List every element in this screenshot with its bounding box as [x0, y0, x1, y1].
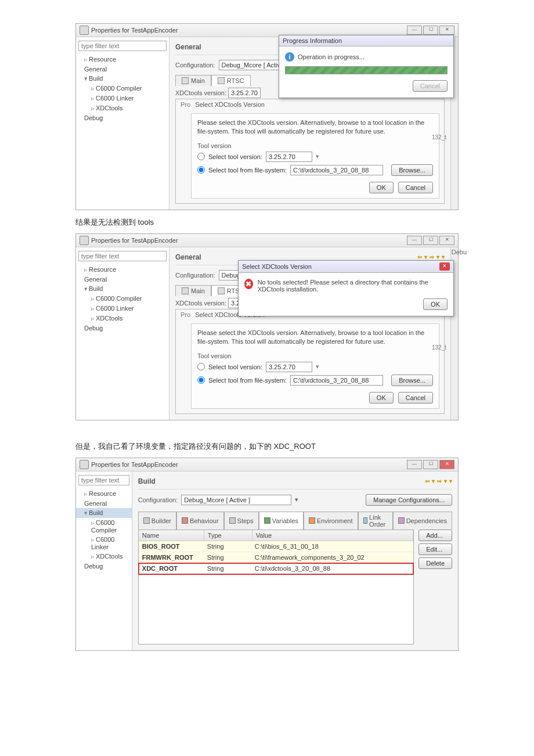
browse-button[interactable]: Browse... — [391, 164, 433, 176]
progress-cancel-button[interactable]: Cancel — [413, 80, 448, 92]
tree-c6000-linker[interactable]: ▹C6000 Linker — [76, 535, 132, 552]
nav-sidebar: ▹Resource General ▾Build ▹C6000 Compiler… — [76, 471, 132, 650]
minimize-button[interactable]: — — [407, 460, 422, 469]
tab-builder[interactable]: Builder — [138, 512, 176, 530]
window-title: Properties for TestAppEncoder — [91, 461, 178, 468]
radio-select-filesystem[interactable] — [197, 166, 205, 174]
screenshot-3: Properties for TestAppEncoder — ☐ ✕ ▹Res… — [75, 458, 459, 651]
browse-button[interactable]: Browse... — [391, 375, 433, 386]
content-pane: General Configuration: Debug_Mcore [ Act… — [169, 37, 450, 210]
manage-configurations-button[interactable]: Manage Configurations... — [366, 494, 452, 506]
close-button[interactable]: ✕ — [439, 460, 454, 469]
tab-main-icon — [182, 287, 189, 294]
tree-xdctools[interactable]: ▹XDCtools — [76, 103, 169, 113]
tree-c6000-compiler[interactable]: ▹C6000 Compiler — [76, 294, 169, 304]
minimize-button[interactable]: — — [407, 26, 422, 35]
tree-c6000-compiler[interactable]: ▹C6000 Compiler — [76, 518, 132, 535]
tree-debug[interactable]: Debug — [76, 113, 169, 123]
radio-select-filesystem[interactable] — [197, 376, 205, 384]
filesystem-path-field[interactable]: C:\ti\xdctools_3_20_08_88 — [290, 165, 383, 175]
progress-title: Progress Information — [283, 37, 342, 44]
radio-select-version[interactable] — [197, 363, 205, 370]
fwd-icon[interactable]: ⇨ — [437, 478, 442, 484]
delete-button[interactable]: Delete — [418, 557, 452, 569]
page-heading: Build ⇦▾⇨▾▾ — [138, 475, 452, 489]
col-value[interactable]: Value — [252, 530, 413, 541]
col-type[interactable]: Type — [204, 530, 252, 541]
tab-main[interactable]: Main — [175, 75, 211, 86]
config-label: Configuration: — [175, 62, 215, 69]
filesystem-path-field[interactable]: C:\ti\xdctools_3_20_08_88 — [290, 375, 383, 386]
tab-behaviour[interactable]: Behaviour — [176, 512, 224, 530]
back-icon[interactable]: ⇦ — [425, 478, 430, 484]
maximize-button[interactable]: ☐ — [423, 236, 438, 245]
tree-c6000-compiler[interactable]: ▹C6000 Compiler — [76, 84, 169, 93]
progress-text: Operation in progress... — [298, 53, 365, 60]
progress-dialog: Progress Information iOperation in progr… — [279, 35, 454, 98]
error-ok-button[interactable]: OK — [423, 298, 448, 310]
version-combo[interactable]: 3.25.2.70 — [266, 152, 312, 162]
minimize-button[interactable]: — — [407, 236, 422, 245]
tree-c6000-linker[interactable]: ▹C6000 Linker — [76, 93, 169, 103]
cancel-button[interactable]: Cancel — [398, 182, 433, 193]
tree-xdctools[interactable]: ▹XDCtools — [76, 314, 169, 323]
tree-general[interactable]: General — [76, 64, 169, 74]
edit-button[interactable]: Edit... — [418, 543, 452, 555]
xdc-version-field[interactable]: 3.25.2.70 — [228, 88, 261, 98]
tree-resource[interactable]: ▹Resource — [76, 265, 169, 275]
tree-resource[interactable]: ▹Resource — [76, 55, 169, 64]
screenshot-1: Properties for TestAppEncoder — ☐ ✕ ▹Res… — [75, 23, 459, 210]
close-button[interactable]: ✕ — [439, 236, 454, 245]
tab-rtsc-icon — [218, 287, 225, 294]
tree-debug[interactable]: Debug — [76, 561, 132, 571]
radio-select-filesystem-label: Select tool from file-system: — [208, 167, 287, 174]
maximize-button[interactable]: ☐ — [423, 460, 438, 469]
tree-general[interactable]: General — [76, 275, 169, 284]
ok-button[interactable]: OK — [369, 392, 394, 404]
radio-select-version[interactable] — [197, 153, 205, 160]
tab-link-order[interactable]: Link Order — [358, 512, 393, 530]
tab-steps[interactable]: Steps — [224, 512, 259, 530]
add-button[interactable]: Add... — [418, 530, 452, 541]
tree-xdctools[interactable]: ▹XDCtools — [76, 552, 132, 561]
caption-1: 结果是无法检测到 tools — [75, 217, 459, 228]
tree-resource[interactable]: ▹Resource — [76, 489, 132, 499]
filter-input[interactable] — [78, 475, 129, 485]
filter-input[interactable] — [78, 41, 167, 51]
nav-sidebar: ▹Resource General ▾Build ▹C6000 Compiler… — [76, 247, 169, 420]
tree-build[interactable]: ▾Build — [76, 74, 169, 84]
select-xdctools-dialog: ProSelect XDCtools Version Please select… — [175, 309, 445, 414]
fwd-icon[interactable]: ⇨ — [430, 254, 434, 260]
tree-build[interactable]: ▾Build — [76, 508, 132, 518]
filter-input[interactable] — [78, 251, 167, 261]
config-combo[interactable]: Debug_Mcore [ Active ] — [181, 495, 291, 505]
error-dialog: Select XDCtools Version✕ ✖No tools selec… — [238, 260, 454, 316]
error-title: Select XDCtools Version — [242, 263, 312, 270]
cancel-button[interactable]: Cancel — [398, 392, 433, 404]
progress-bar — [285, 66, 448, 74]
var-row-bios[interactable]: BIOS_ROOTStringC:\ti\bios_6_31_00_18 — [139, 541, 413, 552]
col-name[interactable]: Name — [139, 530, 204, 541]
maximize-button[interactable]: ☐ — [423, 26, 438, 35]
tab-rtsc[interactable]: RTSC — [211, 75, 251, 86]
tree-debug[interactable]: Debug — [76, 323, 169, 333]
ok-button[interactable]: OK — [369, 182, 394, 193]
tab-environment[interactable]: Environment — [304, 512, 358, 530]
var-row-frmwrk[interactable]: FRMWRK_ROOTStringC:\ti\framework_compone… — [139, 552, 413, 563]
app-icon — [80, 26, 89, 35]
close-button[interactable]: ✕ — [439, 26, 454, 35]
info-icon: i — [285, 52, 294, 62]
tab-variables[interactable]: Variables — [259, 512, 304, 530]
tree-general[interactable]: General — [76, 499, 132, 508]
error-close-button[interactable]: ✕ — [439, 262, 450, 271]
tree-c6000-linker[interactable]: ▹C6000 Linker — [76, 304, 169, 314]
tree-build[interactable]: ▾Build — [76, 284, 169, 294]
content-pane: General ⇦▾⇨▾▾ Configuration: Debug_Mcore… — [169, 247, 450, 420]
var-row-xdc[interactable]: XDC_ROOTStringC:\ti\xdctools_3_20_08_88 — [139, 563, 413, 574]
tab-dependencies[interactable]: Dependencies — [393, 512, 452, 530]
version-combo[interactable]: 3.25.2.70 — [266, 362, 312, 372]
tab-main[interactable]: Main — [175, 285, 211, 296]
back-icon[interactable]: ⇦ — [417, 254, 422, 260]
caption-2: 但是，我自己看了环境变量，指定路径没有问题的，如下的 XDC_ROOT — [75, 441, 459, 452]
xdc-version-label: XDCtools version: — [175, 89, 226, 96]
